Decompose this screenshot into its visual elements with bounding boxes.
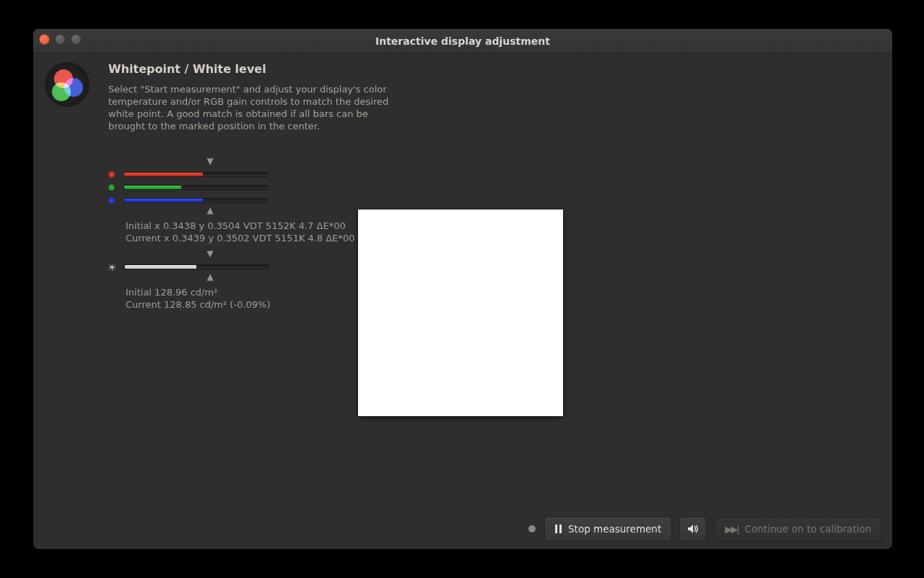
rgb-current-readout: Current x 0.3439 y 0.3502 VDT 5151K 4.8 … (126, 232, 355, 244)
displaycal-logo-icon (45, 62, 90, 107)
content-area: Whitepoint / White level Select "Start m… (33, 53, 892, 509)
brightness-icon: ☀ (108, 262, 117, 273)
continue-button-label: Continue on to calibration (745, 523, 871, 535)
window-title: Interactive display adjustment (33, 35, 892, 47)
green-bar-fill (124, 186, 181, 189)
luminance-bar-track (124, 264, 269, 269)
red-bar-row (108, 168, 355, 181)
lum-initial-readout: Initial 128.96 cd/m² (126, 286, 295, 298)
window-controls (39, 34, 82, 45)
rgb-bars-group: ▼ ▲ Initi (108, 158, 355, 244)
green-led-icon (108, 184, 115, 191)
stop-measurement-button[interactable]: Stop measurement (544, 517, 672, 541)
green-bar-track (123, 185, 268, 190)
blue-bar-row (108, 194, 355, 207)
status-indicator-icon (528, 525, 536, 532)
red-bar-fill (124, 173, 203, 176)
lum-current-readout: Current 128.85 cd/m² (-0.09%) (126, 298, 295, 311)
luminance-group: ▼ ☀ ▲ Initial 128.96 cd/m² Current 128.8… (108, 250, 295, 311)
red-led-icon (108, 171, 115, 178)
app-window: Interactive display adjustment Whitepoin… (33, 29, 892, 549)
blue-bar-track (123, 198, 268, 203)
close-icon[interactable] (39, 34, 50, 45)
sound-toggle-button[interactable] (679, 517, 707, 541)
speaker-icon (687, 524, 699, 534)
section-heading: Whitepoint / White level (108, 62, 397, 76)
target-marker-top-icon: ▼ (206, 156, 213, 166)
lum-marker-bottom-icon: ▲ (206, 272, 213, 282)
target-marker-bottom-icon: ▲ (206, 205, 213, 215)
continue-calibration-button: ▶▶| Continue on to calibration (714, 517, 882, 541)
minimize-icon[interactable] (55, 34, 66, 45)
rgb-initial-readout: Initial x 0.3438 y 0.3504 VDT 5152K 4.7 … (126, 220, 355, 232)
blue-bar-fill (124, 199, 203, 202)
pause-icon (555, 525, 562, 533)
section-description: Select "Start measurement" and adjust yo… (108, 83, 390, 132)
fast-forward-icon: ▶▶| (725, 524, 738, 535)
lum-marker-top-icon: ▼ (206, 249, 213, 259)
maximize-icon[interactable] (71, 34, 82, 45)
stop-button-label: Stop measurement (568, 523, 661, 535)
green-bar-row (108, 181, 355, 194)
footer-bar: Stop measurement ▶▶| Continue on to cali… (33, 509, 892, 549)
blue-led-icon (108, 197, 115, 204)
measurement-patch (358, 210, 563, 416)
title-bar: Interactive display adjustment (33, 29, 892, 53)
red-bar-track (123, 172, 268, 177)
luminance-bar-fill (125, 265, 196, 269)
whitepoint-section: Whitepoint / White level Select "Start m… (108, 62, 397, 132)
